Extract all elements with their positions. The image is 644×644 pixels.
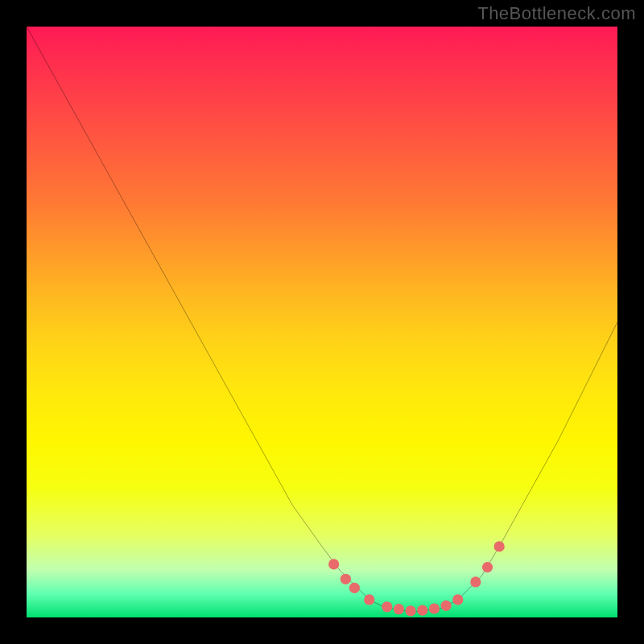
curve-dot xyxy=(417,605,427,616)
bottleneck-curve xyxy=(27,27,617,612)
watermark-text: TheBottleneck.com xyxy=(477,3,636,24)
curve-dot xyxy=(470,576,481,587)
curve-dot xyxy=(364,594,374,605)
curve-dot xyxy=(429,603,440,613)
curve-dot xyxy=(405,605,415,616)
chart-frame: TheBottleneck.com xyxy=(0,0,644,644)
curve-dot xyxy=(482,562,493,572)
curve-dot xyxy=(494,541,505,551)
curve-dot xyxy=(394,604,404,614)
curve-dot xyxy=(382,601,392,612)
curve-dot xyxy=(328,559,339,569)
curve-svg xyxy=(27,27,617,617)
curve-dot xyxy=(349,583,360,593)
curve-dot xyxy=(341,574,351,584)
curve-markers xyxy=(328,541,505,616)
curve-dot xyxy=(452,594,463,605)
curve-dot xyxy=(441,601,452,611)
plot-area xyxy=(27,27,617,617)
